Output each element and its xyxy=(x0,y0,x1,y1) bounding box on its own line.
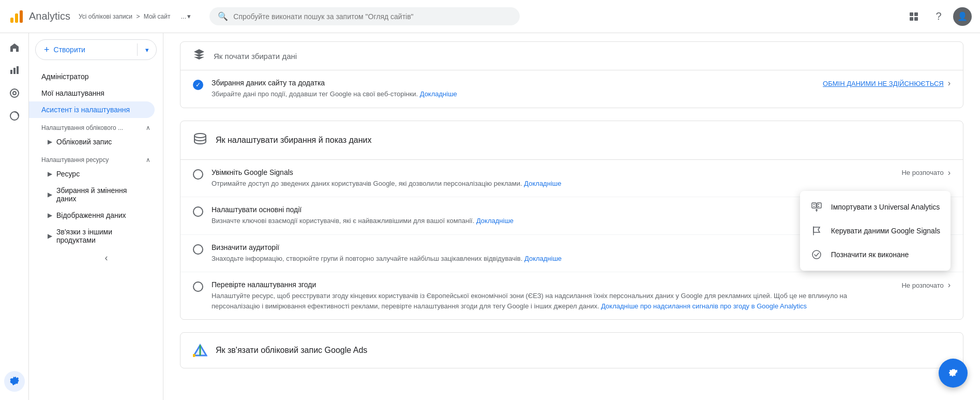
task-link-audiences[interactable]: Докладніше xyxy=(524,255,562,262)
fab-button[interactable] xyxy=(939,359,968,388)
task-body-consent: Перевірте налаштування згоди Налаштуйте … xyxy=(212,280,893,311)
sidebar-nav: + Створити ▾ Адміністратор Мої налаштува… xyxy=(29,33,163,400)
fab-gear-icon xyxy=(946,366,960,380)
task-arrow-consent[interactable]: › xyxy=(948,280,951,290)
task-title-consent: Перевірте налаштування згоди xyxy=(212,280,893,289)
task-link-consent[interactable]: Докладніше про надсилання сигналів про з… xyxy=(601,302,807,310)
main-content: Як почати збирати дані Збирання даних са… xyxy=(163,33,980,400)
bar-chart-icon xyxy=(9,65,20,76)
partial-section-title: Як почати збирати дані xyxy=(214,52,297,61)
task-link-signals[interactable]: Докладніше xyxy=(524,180,561,187)
home-icon xyxy=(9,42,20,53)
sidebar-explore-button[interactable] xyxy=(4,83,25,103)
section2-header: Як налаштувати збирання й показ даних xyxy=(180,121,963,160)
svg-rect-5 xyxy=(910,17,913,21)
sidebar-item-resource[interactable]: ▶ Ресурс xyxy=(29,166,155,182)
svg-point-10 xyxy=(10,89,19,97)
search-input[interactable] xyxy=(233,12,511,21)
advertising-icon xyxy=(9,110,20,122)
task-title-data-collection: Збирання даних сайту та додатка xyxy=(212,79,815,87)
sidebar-item-my-settings[interactable]: Мої налаштування xyxy=(29,85,155,101)
svg-rect-14 xyxy=(812,203,816,208)
dropdown-item-mark-done[interactable]: Позначити як виконане xyxy=(800,243,951,266)
flag-icon xyxy=(810,225,823,236)
resource-settings-header[interactable]: Налаштування ресурсу ∧ xyxy=(29,150,163,166)
sidebar-reports-button[interactable] xyxy=(4,60,25,81)
dropdown-label-mark-done: Позначити як виконане xyxy=(831,250,909,259)
sidebar-item-product-links[interactable]: ▶ Зв'язки з іншими продуктами xyxy=(29,224,155,248)
help-icon: ? xyxy=(936,10,941,22)
more-options-button[interactable]: ... ▾ xyxy=(176,10,195,22)
stack-icon xyxy=(193,48,205,64)
task-checkbox-events xyxy=(193,206,203,217)
task-arrow-icon[interactable]: › xyxy=(948,79,951,88)
search-icon: 🔍 xyxy=(218,11,228,21)
expand-arrow-icon-4: ▶ xyxy=(48,212,52,219)
account-settings-header[interactable]: Налаштування облікового ... ∧ xyxy=(29,118,163,134)
expand-arrow-icon-3: ▶ xyxy=(48,191,52,198)
sidebar-item-setup-assistant[interactable]: Асистент із налаштування xyxy=(29,101,155,118)
dropdown-menu: Імпортувати з Universal Analytics Керува… xyxy=(800,191,951,271)
task-link-data-collection[interactable]: Докладніше xyxy=(420,90,457,98)
svg-rect-18 xyxy=(818,204,819,205)
create-button-area: + Створити ▾ xyxy=(35,39,157,60)
search-box[interactable]: 🔍 xyxy=(209,7,520,25)
task-status-signals: Не розпочато xyxy=(901,169,943,176)
sidebar-icons xyxy=(0,33,29,400)
create-main-button[interactable]: + Створити xyxy=(36,40,137,60)
svg-rect-6 xyxy=(914,17,918,21)
task-link-events[interactable]: Докладніше xyxy=(476,217,514,225)
svg-rect-19 xyxy=(818,206,819,207)
grid-apps-button[interactable] xyxy=(903,6,924,27)
dropdown-item-import-ua[interactable]: Імпортувати з Universal Analytics xyxy=(800,195,951,219)
task-desc-consent: Налаштуйте ресурс, щоб реєструвати згоду… xyxy=(212,291,893,311)
sidebar-settings-button[interactable] xyxy=(4,371,25,392)
expand-arrow-icon-2: ▶ xyxy=(48,170,52,177)
settings-icon xyxy=(9,376,20,387)
sidebar-item-data-collection[interactable]: ▶ Збирання й змінення даних xyxy=(29,182,155,207)
search-area: 🔍 xyxy=(209,7,520,25)
user-avatar-button[interactable]: 👤 xyxy=(953,7,972,26)
app-name-label: Analytics xyxy=(29,10,70,22)
svg-rect-17 xyxy=(817,203,821,208)
collapse-sidebar-button[interactable]: ‹ xyxy=(105,253,108,263)
sidebar-home-button[interactable] xyxy=(4,37,25,58)
dropdown-label-import-ua: Імпортувати з Universal Analytics xyxy=(831,203,940,211)
app-header: Analytics Усі облікові записи > Мой сайт… xyxy=(0,0,980,33)
checkmark-circle-icon xyxy=(810,249,823,260)
svg-rect-2 xyxy=(20,10,23,23)
analytics-logo-icon xyxy=(8,8,25,25)
task-checkbox-signals xyxy=(193,169,203,180)
sidebar-advertising-button[interactable] xyxy=(4,106,25,126)
chevron-up-icon: ∧ xyxy=(146,124,150,131)
google-ads-header: Як зв'язати обліковий запис Google Ads xyxy=(180,333,963,368)
sidebar-item-data-display[interactable]: ▶ Відображення даних xyxy=(29,207,155,224)
svg-rect-3 xyxy=(910,12,913,16)
explore-icon xyxy=(9,87,20,99)
section2-title: Як налаштувати збирання й показ даних xyxy=(216,136,372,145)
dropdown-item-manage-signals[interactable]: Керувати даними Google Signals xyxy=(800,219,951,243)
task-checkbox-audiences xyxy=(193,244,203,255)
section-google-ads: Як зв'язати обліковий запис Google Ads xyxy=(180,332,963,368)
google-ads-title: Як зв'язати обліковий запис Google Ads xyxy=(216,346,367,355)
task-body-data-collection: Збирання даних сайту та додатка Збирайте… xyxy=(212,79,815,99)
task-action-consent: Не розпочато › xyxy=(901,280,951,290)
chevron-left-icon: ‹ xyxy=(105,253,108,263)
svg-rect-16 xyxy=(813,206,815,207)
svg-rect-9 xyxy=(17,66,19,74)
sidebar-item-admin[interactable]: Адміністратор xyxy=(29,68,155,85)
svg-point-11 xyxy=(13,92,16,95)
partial-section-header: Як почати збирати дані xyxy=(180,42,963,70)
data-settings-icon xyxy=(193,131,207,149)
task-arrow-signals[interactable]: › xyxy=(948,168,951,177)
task-action-signals: Не розпочато › xyxy=(901,168,951,177)
task-title-signals: Увімкніть Google Signals xyxy=(212,168,893,176)
svg-rect-4 xyxy=(914,12,918,16)
help-button[interactable]: ? xyxy=(928,6,949,27)
chevron-up-icon-2: ∧ xyxy=(146,156,150,164)
exchange-status-label[interactable]: ОБМІН ДАНИМИ НЕ ЗДІЙСНЮЄТЬСЯ xyxy=(823,80,944,87)
chevron-down-icon: ▾ xyxy=(145,46,149,54)
sidebar-item-account-record[interactable]: ▶ Обліковий запис xyxy=(29,134,155,150)
create-dropdown-button[interactable]: ▾ xyxy=(138,40,156,60)
svg-rect-0 xyxy=(10,18,13,23)
